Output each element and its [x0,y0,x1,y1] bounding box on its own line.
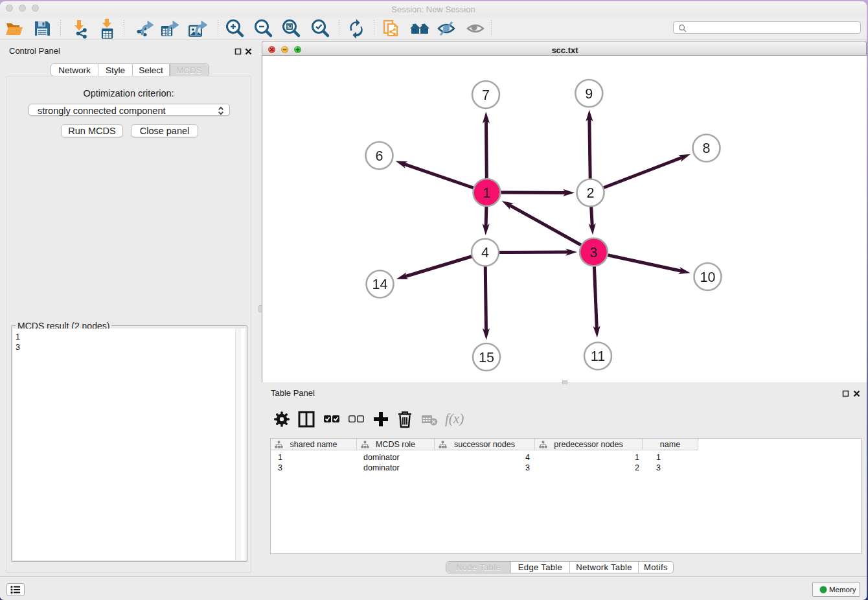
svg-text:1: 1 [483,185,491,201]
svg-text:15: 15 [479,350,494,365]
svg-text:8: 8 [703,141,711,156]
svg-text:4: 4 [481,245,489,260]
svg-text:7: 7 [482,87,490,103]
svg-text:9: 9 [585,86,593,102]
svg-text:11: 11 [591,349,605,364]
svg-text:14: 14 [372,277,388,292]
svg-text:10: 10 [700,270,716,285]
svg-text:2: 2 [587,185,595,201]
svg-text:6: 6 [376,148,383,164]
svg-text:3: 3 [590,245,598,260]
